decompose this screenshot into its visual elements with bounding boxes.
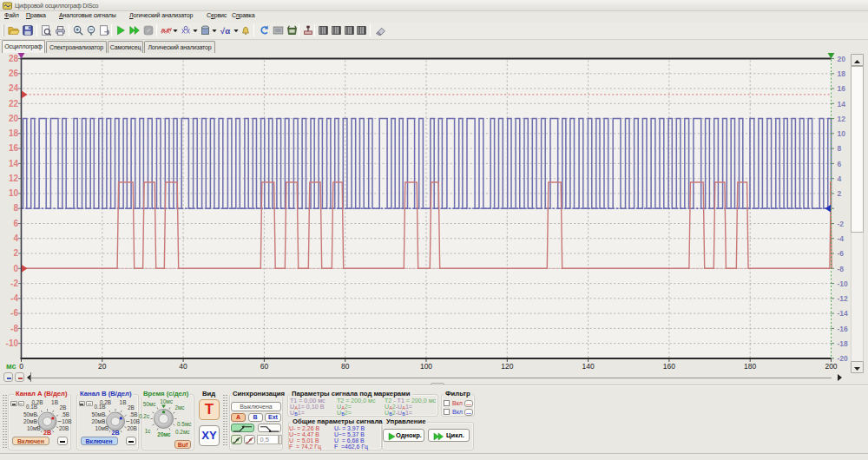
svg-text:0.2с: 0.2с: [139, 413, 150, 419]
svg-text:20мс: 20мс: [157, 431, 171, 437]
svg-text:10мс: 10мс: [160, 398, 174, 404]
svg-text:0.5мс: 0.5мс: [177, 421, 192, 427]
svg-text:2мс: 2мс: [174, 404, 185, 411]
svg-text:0.2мс: 0.2мс: [175, 429, 190, 435]
svg-text:50мс: 50мс: [143, 401, 157, 407]
svg-text:1с: 1с: [145, 428, 152, 434]
